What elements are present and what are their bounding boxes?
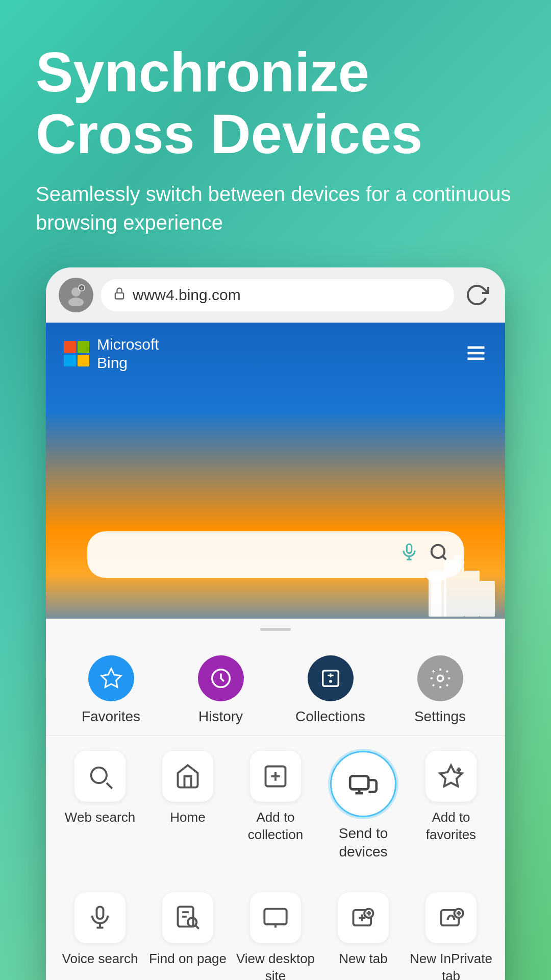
hero-subtitle: Seamlessly switch between devices for a … <box>36 180 515 237</box>
url-text: www4.bing.com <box>133 286 241 304</box>
lock-icon <box>112 286 127 304</box>
find-on-page-label: Find on page <box>149 950 227 968</box>
logo-sq-blue <box>64 355 76 367</box>
view-desktop-label: View desktop site <box>232 950 319 980</box>
add-favorites-icon-box <box>425 751 477 802</box>
svg-rect-14 <box>454 555 462 566</box>
grid-item-voice-search[interactable]: Voice search <box>57 892 143 980</box>
new-tab-label: New tab <box>339 950 387 968</box>
svg-rect-22 <box>322 671 338 687</box>
send-devices-label: Send to devices <box>320 824 407 862</box>
bing-page: MicrosoftBing <box>46 323 505 619</box>
hero-section: Synchronize Cross Devices Seamlessly swi… <box>0 0 551 257</box>
collections-icon-bg <box>308 655 354 701</box>
web-search-icon-box <box>74 751 126 802</box>
grid-row-1: Web search Home <box>46 736 505 877</box>
menu-item-settings[interactable]: Settings <box>394 655 486 725</box>
grid-item-home[interactable]: Home <box>144 751 231 862</box>
grid-row-2: Voice search Find on page <box>46 877 505 980</box>
settings-label: Settings <box>414 708 466 725</box>
svg-rect-39 <box>97 906 104 919</box>
svg-point-1 <box>68 298 84 306</box>
web-search-label: Web search <box>65 809 135 826</box>
drawer-handle-area <box>46 619 505 640</box>
landscape-buildings <box>352 545 495 619</box>
svg-point-25 <box>329 680 332 683</box>
favorites-label: Favorites <box>82 708 140 725</box>
top-icon-row: Favorites History <box>46 640 505 736</box>
svg-rect-19 <box>431 576 441 617</box>
grid-item-find-on-page[interactable]: Find on page <box>144 892 231 980</box>
svg-point-26 <box>437 675 443 681</box>
find-on-page-icon-box <box>162 892 213 943</box>
home-icon-box <box>162 751 213 802</box>
menu-item-history[interactable]: History <box>175 655 267 725</box>
menu-item-favorites[interactable]: Favorites <box>65 655 157 725</box>
add-collection-icon-box <box>250 751 301 802</box>
svg-rect-47 <box>264 909 286 924</box>
favorites-icon-bg <box>88 655 134 701</box>
inprivate-tab-icon-box <box>425 892 477 943</box>
history-icon-bg <box>198 655 244 701</box>
add-collection-label: Add to collection <box>232 809 319 844</box>
svg-rect-4 <box>115 292 123 299</box>
grid-item-send-devices[interactable]: Send to devices <box>320 751 407 862</box>
svg-rect-13 <box>444 560 464 617</box>
svg-marker-20 <box>101 669 120 687</box>
svg-text:+: + <box>80 286 83 291</box>
send-devices-icon-box <box>330 751 396 817</box>
grid-item-inprivate-tab[interactable]: New InPrivate tab <box>408 892 494 980</box>
svg-line-28 <box>107 783 112 789</box>
bing-menu-icon[interactable] <box>465 341 487 366</box>
grid-item-web-search[interactable]: Web search <box>57 751 143 862</box>
svg-rect-17 <box>480 581 495 617</box>
browser-mockup: + www4.bing.com <box>46 267 505 980</box>
svg-rect-15 <box>464 571 480 617</box>
grid-item-new-tab[interactable]: New tab <box>320 892 407 980</box>
bottom-menu: Favorites History <box>46 640 505 980</box>
add-favorites-label: Add to favorites <box>408 809 494 844</box>
voice-search-icon-box <box>74 892 126 943</box>
settings-icon-bg <box>417 655 463 701</box>
logo-sq-green <box>78 341 90 353</box>
logo-sq-yellow <box>78 355 90 367</box>
hero-title: Synchronize Cross Devices <box>36 41 515 164</box>
svg-point-27 <box>91 768 107 783</box>
voice-search-label: Voice search <box>62 950 138 968</box>
refresh-button[interactable] <box>462 280 492 310</box>
drawer-handle <box>260 628 291 631</box>
new-tab-icon-box <box>338 892 389 943</box>
browser-chrome: + www4.bing.com <box>46 267 505 323</box>
grid-item-add-favorites[interactable]: Add to favorites <box>408 751 494 862</box>
svg-rect-32 <box>350 776 368 790</box>
svg-line-44 <box>195 925 199 929</box>
home-label: Home <box>170 809 205 826</box>
menu-item-collections[interactable]: Collections <box>285 655 377 725</box>
bing-name: MicrosoftBing <box>97 335 159 372</box>
history-label: History <box>198 708 243 725</box>
bing-header: MicrosoftBing <box>46 323 505 385</box>
logo-sq-red <box>64 341 76 353</box>
url-bar[interactable]: www4.bing.com <box>101 279 454 311</box>
bing-logo: MicrosoftBing <box>64 335 159 372</box>
grid-item-view-desktop[interactable]: View desktop site <box>232 892 319 980</box>
grid-item-add-collection[interactable]: Add to collection <box>232 751 319 862</box>
collections-label: Collections <box>295 708 365 725</box>
inprivate-tab-label: New InPrivate tab <box>408 950 494 980</box>
bing-logo-squares <box>64 341 89 366</box>
browser-avatar: + <box>59 278 93 312</box>
view-desktop-icon-box <box>250 892 301 943</box>
